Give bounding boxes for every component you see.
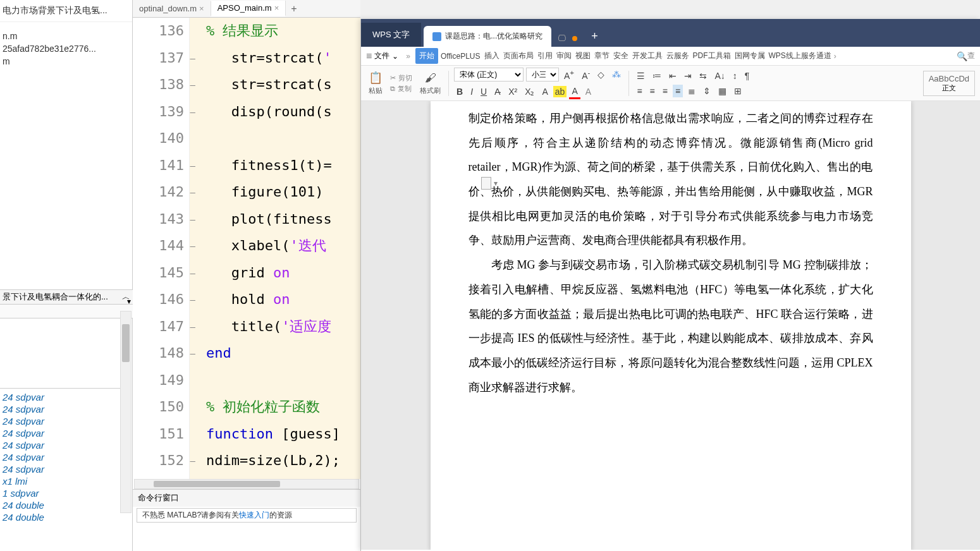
paste-group[interactable]: 📋 粘贴 (366, 71, 385, 95)
align-right-button[interactable]: ≡ (660, 85, 670, 97)
phonetic-button[interactable]: ⁂ (609, 68, 623, 81)
code-line[interactable]: str=strcat(s (206, 71, 360, 99)
copy-button[interactable]: ⧉复制 (390, 84, 412, 94)
show-marks-button[interactable]: ¶ (742, 70, 752, 82)
scroll-thumb[interactable] (154, 481, 280, 487)
code-line[interactable]: disp(round(s (206, 99, 360, 126)
workspace-vars[interactable]: 24 sdpvar24 sdpvar24 sdpvar24 sdpvar24 s… (0, 388, 120, 526)
subscript-button[interactable]: X₂ (522, 85, 537, 98)
ribbon-tab[interactable]: 开发工具 (631, 48, 664, 64)
file-item[interactable]: 25afad782be31e2776... (3, 42, 130, 55)
var-item[interactable]: 1 sdpvar (3, 487, 118, 499)
code-body[interactable]: % 结果显示 str=strcat(' str=strcat(s disp(ro… (190, 18, 360, 479)
code-line[interactable]: fitness1(t)= (206, 152, 360, 179)
var-item[interactable]: 24 double (3, 499, 118, 511)
bullet-list-button[interactable]: ☰ (634, 70, 647, 82)
shading-button[interactable]: ▦ (716, 85, 729, 97)
text-effect-button[interactable]: A (539, 85, 550, 98)
ribbon-tab[interactable]: OfficePLUS (439, 49, 481, 63)
close-icon[interactable]: × (274, 3, 279, 13)
var-item[interactable]: x1 lmi (3, 475, 118, 487)
chevron-right-icon[interactable]: » (406, 52, 410, 61)
highlight-button[interactable]: ab (553, 86, 567, 97)
file-menu[interactable]: ≡ 文件 ⌄ » (366, 51, 410, 62)
code-line[interactable]: function [guess] (206, 421, 360, 448)
increase-indent-button[interactable]: ⇥ (682, 70, 694, 82)
file-item[interactable]: m (3, 55, 130, 68)
paragraph-1[interactable]: 制定价格策略，用户侧再根据价格信息做出需求响应，二者之间的博弈过程存在先后顺序，… (469, 106, 873, 253)
ribbon-tab[interactable]: PDF工具箱 (692, 48, 732, 64)
new-doc-tab[interactable]: + (584, 26, 606, 47)
wps-app-tab[interactable]: WPS 文字 (361, 23, 421, 47)
clear-format-button[interactable]: ◇ (595, 68, 607, 81)
var-item[interactable]: 24 sdpvar (3, 451, 118, 463)
var-item[interactable]: 24 sdpvar (3, 403, 118, 415)
editor-hscrollbar[interactable] (134, 479, 359, 489)
hamburger-icon[interactable]: ≡ (366, 51, 372, 62)
grow-font-button[interactable]: A+ (561, 67, 577, 82)
quickstart-link[interactable]: 快速入门 (239, 511, 269, 519)
page-nav-icon[interactable]: ▾ (481, 177, 498, 190)
ribbon-tab[interactable]: 开始 (415, 48, 438, 64)
tab-active[interactable]: APSO_main.m × (211, 1, 286, 16)
ribbon-tab[interactable]: 视图 (574, 48, 592, 64)
format-painter[interactable]: 🖌 格式刷 (417, 71, 443, 95)
ribbon-tab[interactable]: 插入 (483, 48, 501, 64)
ribbon-tab[interactable]: 页面布局 (502, 48, 535, 64)
code-line[interactable] (206, 367, 360, 394)
size-select[interactable]: 小三 (526, 68, 559, 82)
code-line[interactable]: figure(101) (206, 179, 360, 206)
decrease-indent-button[interactable]: ⇤ (666, 70, 679, 82)
italic-button[interactable]: I (468, 85, 475, 98)
var-item[interactable]: 24 sdpvar (3, 463, 118, 475)
tab-stops-button[interactable]: ⇆ (697, 70, 709, 82)
strike-button[interactable]: A̶ (492, 85, 503, 98)
document-page[interactable]: 制定价格策略，用户侧再根据价格信息做出需求响应，二者之间的博弈过程存在先后顺序，… (431, 101, 911, 550)
var-item[interactable]: 24 sdpvar (3, 439, 118, 451)
wps-document-area[interactable]: ▾ 制定价格策略，用户侧再根据价格信息做出需求响应，二者之间的博弈过程存在先后顺… (361, 101, 980, 550)
bold-button[interactable]: B (454, 85, 465, 98)
overflow-icon[interactable]: › (834, 52, 836, 61)
shrink-font-button[interactable]: A- (579, 67, 592, 82)
file-item[interactable]: n.m (3, 30, 130, 42)
code-line[interactable]: % 结果显示 (206, 18, 360, 45)
var-item[interactable]: 24 double (3, 511, 118, 523)
style-normal[interactable]: AaBbCcDd 正文 (923, 71, 975, 96)
close-icon[interactable]: × (199, 4, 204, 13)
cut-button[interactable]: ✂剪切 (390, 73, 412, 83)
distribute-button[interactable]: ≣ (685, 85, 698, 97)
ribbon-tab[interactable]: WPS线上服务通道 (768, 48, 833, 64)
line-spacing-button[interactable]: ⇕ (701, 85, 713, 97)
align-justify-button[interactable]: ≡ (673, 85, 683, 97)
vars-scrollbar[interactable] (120, 311, 132, 513)
code-line[interactable] (206, 125, 360, 152)
ribbon-tab[interactable]: 国网专属 (733, 48, 766, 64)
ribbon-tab[interactable]: 引用 (536, 48, 554, 64)
char-shading-button[interactable]: A (583, 85, 594, 98)
ribbon-tab[interactable]: 审阅 (555, 48, 573, 64)
var-item[interactable]: 24 sdpvar (3, 415, 118, 427)
code-area[interactable]: 1361371381391401411421431441451461471481… (133, 18, 360, 479)
ribbon-tab[interactable]: 安全 (612, 48, 630, 64)
code-line[interactable]: ndim=size(Lb,2); (206, 447, 360, 475)
align-left-button[interactable]: ≡ (634, 85, 644, 97)
ribbon-tab[interactable]: 云服务 (665, 48, 690, 64)
wps-doc-tab[interactable]: 课题思路：电...优化策略研究 (424, 26, 551, 47)
number-list-button[interactable]: ≔ (650, 70, 664, 82)
underline-button[interactable]: U (478, 85, 489, 98)
var-item[interactable]: 24 sdpvar (3, 427, 118, 439)
text-direction-button[interactable]: A↓ (712, 70, 727, 82)
font-select[interactable]: 宋体 (正文) (454, 68, 524, 82)
var-item[interactable]: 24 sdpvar (3, 391, 118, 403)
code-line[interactable]: plot(fitness (206, 206, 360, 233)
command-window-header[interactable]: 命令行窗口 (133, 489, 360, 507)
search-button[interactable]: 🔍查 (957, 51, 975, 61)
code-line[interactable]: hold on (206, 286, 360, 313)
paragraph-2[interactable]: 考虑 MG 参与到碳交易市场，引入阶梯式碳交易机制引导 MG 控制碳排放；接着引… (469, 253, 873, 399)
file-tree[interactable]: n.m25afad782be31e2776...m (0, 22, 132, 70)
code-line[interactable]: end (206, 340, 360, 367)
sort-button[interactable]: ↕ (730, 70, 740, 82)
scroll-thumb[interactable] (122, 324, 130, 362)
new-tab-button[interactable]: + (286, 2, 302, 16)
monitor-icon[interactable]: 🖵 (558, 33, 566, 43)
